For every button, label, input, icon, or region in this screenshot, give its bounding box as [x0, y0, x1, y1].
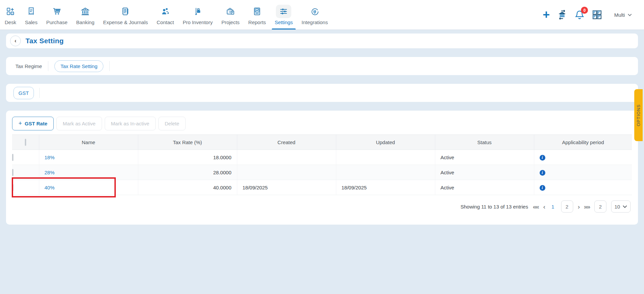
banking-icon [81, 5, 90, 18]
table-row: 18% 18.0000 Active i [12, 150, 632, 165]
tax-rate-name-link[interactable]: 28% [45, 170, 55, 175]
tax-rate-value: 28.0000 [138, 165, 237, 180]
nav-item-contact[interactable]: Contact [156, 0, 175, 30]
prev-page-icon[interactable]: ‹ [543, 203, 545, 210]
tabs-bar: Tax Regime Tax Rate Setting [6, 57, 638, 75]
reports-icon [253, 5, 261, 18]
profile-label: Multi [614, 12, 625, 18]
nav-item-label: Sales [25, 19, 38, 25]
add-gst-rate-button[interactable]: +GST Rate [12, 117, 54, 130]
page-title: Tax Setting [26, 37, 64, 45]
next-page-icon[interactable]: › [578, 203, 579, 210]
pagination: Showing 11 to 13 of 13 entries «« ‹ 1 2 … [12, 200, 632, 213]
nav-item-purchase[interactable]: Purchase [46, 0, 68, 30]
mark-as-active-button[interactable]: Mark as Active [56, 117, 102, 130]
page-number-input[interactable]: 2 [594, 200, 606, 213]
chevron-down-icon [628, 13, 632, 16]
tax-rate-name-link[interactable]: 18% [45, 155, 55, 160]
nav-actions: + 0 Multi [543, 0, 632, 30]
nav-item-label: Desk [5, 19, 16, 25]
pro-inventory-icon [193, 5, 202, 18]
nav-item-projects[interactable]: Projects [221, 0, 240, 30]
updated-date [336, 165, 435, 180]
column-header-status: Status [435, 135, 534, 150]
page-1-button[interactable]: 1 [549, 204, 556, 210]
tax-type-bar: GST [6, 84, 638, 102]
delete-button[interactable]: Delete [158, 117, 186, 130]
status-value: Active [435, 150, 534, 165]
quick-add-icon[interactable]: + [543, 9, 550, 21]
nav-item-pro-inventory[interactable]: Pro Inventory [182, 0, 213, 30]
main-content: ‹ Tax Setting Tax Regime Tax Rate Settin… [0, 30, 644, 225]
tax-rate-name-link[interactable]: 40% [45, 185, 55, 190]
profile-menu[interactable]: Multi [614, 12, 632, 18]
tab-separator [48, 61, 48, 71]
top-navbar: Desk Sales Purchase [0, 0, 644, 30]
contact-icon [161, 5, 170, 18]
page-2-button-current[interactable]: 2 [561, 200, 573, 213]
first-page-icon[interactable]: «« [533, 203, 539, 210]
column-header-tax-rate: Tax Rate (%) [138, 135, 237, 150]
created-date [237, 150, 336, 165]
info-icon[interactable]: i [540, 170, 545, 176]
mark-as-inactive-button[interactable]: Mark as In-active [105, 117, 156, 130]
toolbar: +GST Rate Mark as Active Mark as In-acti… [12, 117, 632, 130]
nav-item-label: Projects [221, 19, 240, 25]
notification-badge: 0 [581, 7, 588, 14]
nav-modules: Desk Sales Purchase [0, 0, 329, 30]
chip-separator [39, 88, 40, 98]
page-size-select[interactable]: 10 [611, 200, 631, 213]
info-icon[interactable]: i [540, 185, 545, 191]
bank-transfer-icon[interactable] [556, 9, 568, 20]
sales-icon [27, 5, 36, 18]
nav-item-label: Reports [248, 19, 266, 25]
nav-item-label: Expense & Journals [103, 19, 148, 25]
pagination-summary: Showing 11 to 13 of 13 entries [460, 204, 528, 210]
nav-item-desk[interactable]: Desk [4, 0, 17, 30]
nav-item-sales[interactable]: Sales [24, 0, 38, 30]
select-all-checkbox[interactable] [25, 139, 26, 146]
updated-date: 18/09/2025 [336, 180, 435, 195]
notifications-button[interactable]: 0 [575, 9, 585, 20]
row-checkbox[interactable] [12, 169, 13, 176]
column-header-name: Name [39, 135, 138, 150]
status-value: Active [435, 165, 534, 180]
desk-icon [6, 5, 15, 18]
tax-rate-value: 18.0000 [138, 150, 237, 165]
nav-item-label: Purchase [46, 19, 67, 25]
created-date: 18/09/2025 [237, 180, 336, 195]
table-row: 28% 28.0000 Active i [12, 165, 632, 180]
nav-item-settings[interactable]: Settings [274, 0, 293, 30]
back-button[interactable]: ‹ [10, 36, 21, 46]
gst-chip[interactable]: GST [13, 87, 34, 99]
info-icon[interactable]: i [540, 155, 545, 161]
column-header-applicability: Applicability period [534, 135, 632, 150]
options-tab-label: OPTIONS [636, 104, 641, 126]
row-checkbox[interactable] [12, 184, 13, 191]
options-side-tab[interactable]: OPTIONS [634, 89, 643, 141]
expense-journals-icon [121, 5, 130, 18]
nav-item-label: Contact [157, 19, 174, 25]
apps-grid-icon[interactable] [591, 9, 603, 20]
tab-separator [109, 61, 110, 71]
settings-icon [276, 5, 291, 18]
tax-rate-table-wrap: Name Tax Rate (%) Created Updated Status… [12, 134, 632, 195]
nav-item-expense-journals[interactable]: Expense & Journals [102, 0, 148, 30]
projects-icon [226, 5, 235, 18]
column-header-created: Created [237, 135, 336, 150]
nav-item-banking[interactable]: Banking [76, 0, 95, 30]
tax-rate-panel: +GST Rate Mark as Active Mark as In-acti… [6, 111, 638, 225]
column-header-updated: Updated [336, 135, 435, 150]
nav-item-label: Banking [76, 19, 94, 25]
table-row: 40% 40.0000 18/09/2025 18/09/2025 Active… [12, 180, 632, 195]
nav-item-integrations[interactable]: Integrations [301, 0, 329, 30]
tax-rate-table: Name Tax Rate (%) Created Updated Status… [12, 134, 632, 195]
tab-tax-rate-setting[interactable]: Tax Rate Setting [54, 60, 103, 72]
last-page-icon[interactable]: »» [584, 203, 590, 210]
integrations-icon [310, 5, 319, 18]
nav-item-reports[interactable]: Reports [248, 0, 267, 30]
purchase-icon [52, 5, 61, 18]
tab-tax-regime[interactable]: Tax Regime [15, 63, 42, 69]
page-header: ‹ Tax Setting [6, 34, 638, 48]
row-checkbox[interactable] [12, 154, 13, 161]
